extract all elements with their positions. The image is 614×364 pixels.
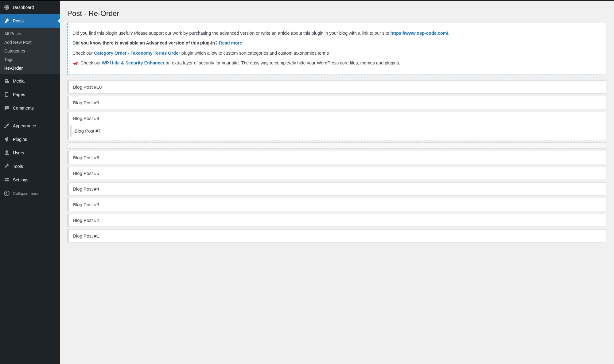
pin-icon (4, 18, 10, 24)
submenu-tags[interactable]: Tags (0, 55, 60, 64)
sortable-item[interactable]: Blog Post #1 (67, 229, 606, 242)
post-title: Blog Post #5 (73, 171, 99, 176)
menu-label: Pages (13, 92, 25, 97)
menu-label: Tools (13, 164, 23, 169)
wp-hide-link[interactable]: WP Hide & Security Enhancer (102, 60, 164, 65)
menu-label: Posts (13, 18, 24, 23)
category-order-link[interactable]: Category Order - Taxonomy Terms Order (94, 51, 180, 56)
submenu-categories[interactable]: Categories (0, 47, 60, 55)
menu-separator (0, 115, 60, 119)
page-title: Post - Re-Order (67, 9, 606, 18)
menu-media[interactable]: Media (0, 74, 60, 88)
comment-icon (4, 105, 10, 111)
notice-text: plugin which allow to custom sort catego… (180, 51, 329, 56)
main-menu: Dashboard Posts All Posts Add New Post C… (0, 1, 60, 199)
menu-label: Dashboard (13, 5, 34, 10)
user-icon (4, 150, 10, 156)
notice-paragraph-support: Did you find this plugin useful? Please … (72, 30, 601, 37)
menu-plugins[interactable]: Plugins (0, 133, 60, 146)
post-title: Blog Post #2 (73, 218, 99, 223)
posts-submenu: All Posts Add New Post Categories Tags R… (0, 28, 60, 74)
post-title: Blog Post #4 (73, 186, 99, 192)
notice-text: Check out (79, 60, 102, 65)
sortable-item[interactable]: Blog Post #3 (67, 198, 606, 211)
menu-label: Media (13, 79, 25, 83)
sortable-item[interactable]: Blog Post #9 (67, 96, 606, 109)
post-title: Blog Post #1 (73, 233, 99, 238)
menu-label: Settings (13, 177, 29, 182)
menu-label: Users (13, 150, 24, 155)
notice-text: Did you find this plugin useful? Please … (72, 31, 391, 36)
submenu-all-posts[interactable]: All Posts (0, 29, 60, 38)
menu-users[interactable]: Users (0, 146, 60, 160)
post-title: Blog Post #9 (73, 100, 99, 105)
menu-label: Comments (13, 106, 34, 110)
submenu-add-new-post[interactable]: Add New Post (0, 38, 60, 47)
admin-sidebar: Dashboard Posts All Posts Add New Post C… (0, 1, 60, 364)
brush-icon (4, 123, 10, 129)
post-title: Blog Post #7 (72, 125, 606, 137)
notice-text: . (448, 31, 449, 36)
notice-paragraph-category-order: Check our Category Order - Taxonomy Term… (72, 50, 601, 56)
sliders-icon (4, 177, 10, 183)
menu-settings[interactable]: Settings (0, 173, 60, 187)
wrench-icon (4, 163, 10, 169)
submenu-reorder[interactable]: Re-Order (0, 64, 60, 72)
dashboard-icon (4, 4, 10, 10)
notice-paragraph-wphide: Check out WP Hide & Security Enhancer an… (72, 60, 601, 66)
app-root: Dashboard Posts All Posts Add New Post C… (0, 0, 614, 364)
plug-icon (4, 136, 10, 142)
content-area: Post - Re-Order Did you find this plugin… (60, 1, 614, 364)
megaphone-icon (72, 60, 79, 67)
svg-point-1 (76, 62, 78, 63)
menu-label: Appearance (13, 123, 36, 128)
sortable-item[interactable]: Blog Post #5 (67, 167, 606, 180)
info-notice: Did you find this plugin useful? Please … (67, 23, 606, 75)
menu-appearance[interactable]: Appearance (0, 119, 60, 133)
read-more-link[interactable]: Read more (219, 41, 242, 45)
nsp-code-link[interactable]: https://www.nsp-code.com/ (391, 31, 448, 36)
menu-dashboard[interactable]: Dashboard (0, 1, 60, 14)
menu-tools[interactable]: Tools (0, 160, 60, 173)
sortable-placeholder (67, 142, 606, 149)
media-icon (4, 78, 10, 84)
post-title: Blog Post #10 (73, 84, 102, 90)
sortable-item[interactable]: Blog Post #2 (67, 214, 606, 227)
collapse-label: Collapse menu (13, 191, 40, 196)
sortable-item-child[interactable]: Blog Post #7 (70, 125, 606, 137)
notice-text: an extra layer of security for your site… (165, 60, 400, 65)
sortable-item[interactable]: Blog Post #10 (67, 80, 606, 94)
notice-paragraph-advanced: Did you know there is available an Advan… (72, 40, 601, 46)
sortable-item[interactable]: Blog Post #6 (67, 151, 606, 164)
sortable-item-dragging[interactable]: Blog Post #8 Blog Post #7 (67, 112, 606, 140)
svg-point-0 (4, 191, 9, 196)
menu-pages[interactable]: Pages (0, 88, 60, 101)
menu-posts[interactable]: Posts (0, 14, 60, 28)
sortable-item[interactable]: Blog Post #4 (67, 182, 606, 196)
notice-text: Check our (72, 51, 94, 56)
post-title: Blog Post #6 (73, 155, 99, 160)
collapse-menu[interactable]: Collapse menu (0, 188, 60, 199)
post-title: Blog Post #3 (73, 202, 99, 207)
menu-label: Plugins (13, 137, 27, 142)
post-title: Blog Post #8 (69, 112, 606, 125)
collapse-icon (4, 190, 10, 196)
notice-text: Did you know there is available an Advan… (72, 41, 219, 45)
sortable-post-list: Blog Post #10 Blog Post #9 Blog Post #8 … (67, 80, 606, 242)
page-icon (4, 91, 10, 98)
menu-comments[interactable]: Comments (0, 101, 60, 115)
